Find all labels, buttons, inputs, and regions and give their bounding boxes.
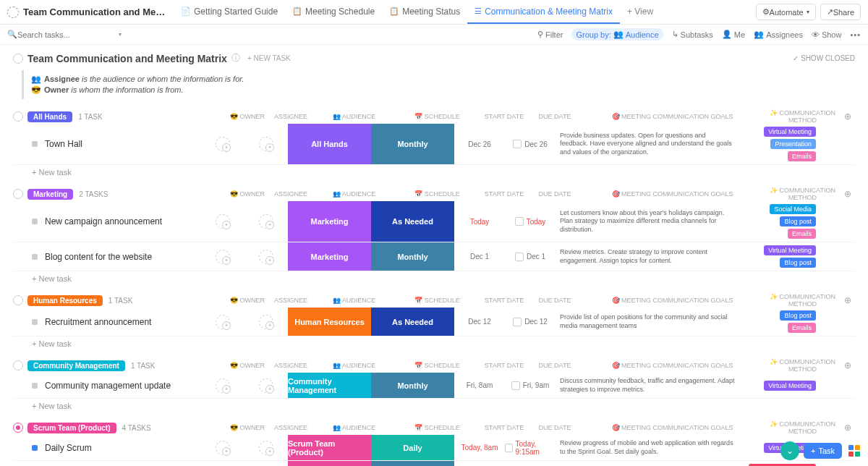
show-button[interactable]: 👁Show: [812, 30, 842, 39]
tab-meeting-schedule[interactable]: 📋Meeting Schedule: [285, 0, 382, 24]
subtasks-button[interactable]: ↳Subtasks: [672, 30, 713, 39]
more-menu[interactable]: •••: [850, 30, 861, 39]
audience-cell[interactable]: Scrum Team (Product): [288, 435, 371, 460]
method-tag[interactable]: Presentation: [770, 139, 816, 149]
owner-cell[interactable]: [201, 201, 244, 242]
method-tag[interactable]: Social Media: [770, 204, 816, 214]
new-task-button[interactable]: + New task: [13, 271, 855, 283]
task-row[interactable]: Town HallAll HandsMonthlyDec 26Dec 26Pro…: [13, 124, 855, 165]
schedule-cell[interactable]: As Needed: [371, 308, 454, 336]
add-column-button[interactable]: ⊕: [841, 111, 855, 122]
me-button[interactable]: 👤Me: [722, 30, 745, 39]
new-task-button[interactable]: + New task: [13, 165, 855, 177]
start-date-cell[interactable]: Today, 8am: [454, 435, 505, 460]
start-date-cell[interactable]: Thu, 11:30am: [454, 461, 505, 466]
assignee-cell[interactable]: [244, 373, 288, 398]
assignee-cell[interactable]: [244, 435, 288, 460]
due-date-cell[interactable]: Fri, 9am: [505, 373, 556, 398]
audience-cell[interactable]: All Hands: [288, 124, 371, 164]
task-row[interactable]: Recruitment announcementHuman ResourcesA…: [13, 308, 855, 336]
group-pill[interactable]: Human Resources: [27, 295, 103, 306]
task-row[interactable]: Daily ScrumScrum Team (Product)DailyToda…: [13, 435, 855, 461]
group-toggle[interactable]: [13, 423, 23, 433]
start-date-cell[interactable]: Today: [454, 201, 505, 242]
audience-cell[interactable]: Human Resources: [288, 308, 371, 336]
search-input[interactable]: [17, 30, 90, 39]
assignee-cell[interactable]: [244, 201, 288, 242]
schedule-cell[interactable]: Monthly: [371, 242, 454, 271]
assignee-cell[interactable]: [244, 242, 288, 271]
chevron-down-icon[interactable]: ▾: [119, 31, 122, 38]
task-row[interactable]: New campaign announcementMarketingAs Nee…: [13, 201, 855, 242]
schedule-cell[interactable]: As Needed: [371, 201, 454, 242]
due-date-cell[interactable]: Thu, 12:30pm: [505, 461, 556, 466]
owner-cell[interactable]: [201, 373, 244, 398]
tab-getting-started-guide[interactable]: 📄Getting Started Guide: [174, 0, 285, 24]
group-toggle[interactable]: [13, 360, 23, 370]
task-row[interactable]: Blog content for the websiteMarketingMon…: [13, 242, 855, 271]
group-toggle[interactable]: [13, 111, 23, 122]
group-pill[interactable]: Scrum Team (Product): [27, 423, 116, 433]
method-tag[interactable]: Virtual Meeting: [764, 245, 816, 255]
audience-cell[interactable]: Community Management: [288, 373, 371, 398]
status-square-icon[interactable]: [32, 319, 38, 325]
automate-button[interactable]: ⚙ Automate ▾: [756, 4, 816, 20]
start-date-cell[interactable]: Dec 12: [454, 308, 505, 336]
start-date-cell[interactable]: Fri, 8am: [454, 373, 505, 398]
due-date-cell[interactable]: Dec 1: [505, 242, 556, 271]
owner-cell[interactable]: [201, 308, 244, 336]
start-date-cell[interactable]: Dec 1: [454, 242, 505, 271]
owner-cell[interactable]: [201, 461, 244, 466]
goals-cell[interactable]: Let customers know about this year's hol…: [556, 201, 740, 242]
schedule-cell[interactable]: Daily: [371, 435, 454, 460]
new-task-button[interactable]: + NEW TASK: [247, 54, 291, 62]
goals-cell[interactable]: Review metrics. Create strategy to impro…: [556, 242, 740, 271]
group-toggle[interactable]: [13, 295, 23, 305]
new-task-fab[interactable]: +Task: [804, 443, 842, 459]
schedule-cell[interactable]: Monthly: [371, 124, 454, 164]
schedule-cell[interactable]: Monthly: [371, 373, 454, 398]
apps-button[interactable]: [846, 443, 862, 459]
goals-cell[interactable]: Provide list of open positions for the c…: [556, 308, 740, 336]
add-column-button[interactable]: ⊕: [841, 295, 855, 305]
goals-cell[interactable]: Plan the next Sprint to provide incremen…: [556, 461, 740, 466]
new-task-button[interactable]: + New task: [13, 399, 855, 410]
owner-cell[interactable]: [201, 242, 244, 271]
group-pill[interactable]: Community Management: [27, 360, 125, 371]
method-tag[interactable]: Virtual Meeting: [764, 127, 816, 137]
task-row[interactable]: Scrum ceremony - Sprint PlanningScrum Te…: [13, 461, 855, 466]
status-square-icon[interactable]: [32, 383, 38, 389]
tab-meeting-status[interactable]: 📋Meeting Status: [382, 0, 467, 24]
audience-cell[interactable]: Marketing: [288, 242, 371, 271]
goals-cell[interactable]: Discuss community feedback, traffic and …: [556, 373, 740, 398]
schedule-cell[interactable]: Monthly: [371, 461, 454, 466]
status-square-icon[interactable]: [32, 254, 38, 260]
add-column-button[interactable]: ⊕: [841, 360, 855, 370]
status-square-icon[interactable]: [32, 219, 38, 224]
method-tag[interactable]: Virtual Meeting: [764, 381, 816, 391]
method-tag[interactable]: Blog post: [780, 258, 816, 268]
filter-button[interactable]: ⚲Filter: [537, 30, 563, 39]
assignees-button[interactable]: 👥Assignees: [754, 30, 803, 39]
audience-cell[interactable]: Scrum Team (Product): [288, 461, 371, 466]
owner-cell[interactable]: [201, 124, 244, 164]
due-date-cell[interactable]: Today, 9:15am: [505, 435, 556, 460]
assignee-cell[interactable]: [244, 461, 288, 466]
group-pill[interactable]: All Hands: [27, 111, 72, 122]
due-date-cell[interactable]: Dec 26: [505, 124, 556, 164]
assignee-cell[interactable]: [244, 308, 288, 336]
owner-cell[interactable]: [201, 435, 244, 460]
group-pill[interactable]: Marketing: [27, 189, 73, 200]
show-closed-button[interactable]: ✓ SHOW CLOSED: [793, 54, 855, 62]
goals-cell[interactable]: Provide business updates. Open for quest…: [556, 124, 740, 164]
info-icon[interactable]: ⓘ: [231, 52, 240, 64]
goals-cell[interactable]: Review progress of mobile and web applic…: [556, 435, 740, 460]
task-row[interactable]: Community management updateCommunity Man…: [13, 373, 855, 399]
start-date-cell[interactable]: Dec 26: [454, 124, 505, 164]
method-tag[interactable]: Blog post: [780, 310, 816, 321]
add-column-button[interactable]: ⊕: [841, 423, 855, 433]
assignee-cell[interactable]: [244, 124, 288, 164]
method-tag[interactable]: Emails: [788, 323, 816, 333]
group-toggle[interactable]: [13, 189, 23, 199]
method-tag[interactable]: Emails: [788, 151, 816, 161]
